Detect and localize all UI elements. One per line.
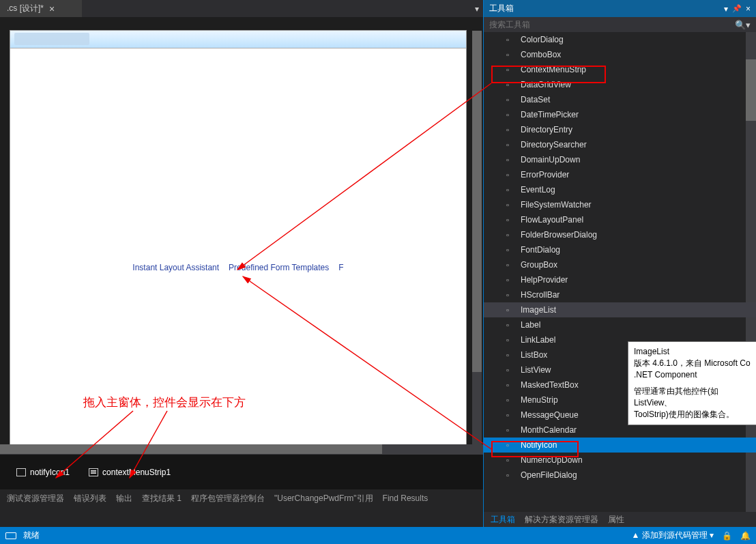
notifyicon-icon: ▫ (503, 440, 512, 450)
scroll-thumb[interactable] (472, 31, 482, 372)
status-source-control[interactable]: ▲ 添加到源代码管理 ▾ (631, 530, 714, 541)
tab-overflow-dropdown[interactable]: ▾ (471, 0, 483, 17)
filesystemwatcher-icon: ▫ (503, 200, 512, 210)
hint-3[interactable]: F (338, 263, 343, 272)
toolbox-item-domainupdown[interactable]: ▫DomainUpDown (484, 152, 756, 167)
tooltip-line: ToolStrip)使用的图像集合。 (634, 409, 751, 420)
toolbox-item-dataset[interactable]: ▫DataSet (484, 92, 756, 107)
form-body[interactable]: Instant Layout Assistant Predefined Form… (10, 48, 466, 454)
tooltip-line: 版本 4.6.1.0，来自 Microsoft Co (634, 358, 751, 369)
toolbox-item-groupbox[interactable]: ▫GroupBox (484, 257, 756, 272)
toolbox-item-label: MonthCalendar (521, 425, 577, 435)
linklabel-icon: ▫ (503, 335, 512, 345)
hscrollbar-icon: ▫ (503, 290, 512, 300)
footer-tab-properties[interactable]: 属性 (608, 514, 624, 526)
toolbox-item-label: ListView (521, 365, 551, 375)
bottom-tab[interactable]: 输出 (116, 493, 132, 504)
numericupdown-icon: ▫ (503, 455, 512, 465)
toolbox-item-hscrollbar[interactable]: ▫HScrollBar (484, 287, 756, 302)
imagelist-icon: ▫ (503, 305, 512, 315)
status-ready: 就绪 (23, 530, 40, 541)
toolbox-item-colordialog[interactable]: ▫ColorDialog (484, 32, 756, 47)
hint-2[interactable]: Predefined Form Templates (229, 263, 329, 272)
form-canvas[interactable]: Instant Layout Assistant Predefined Form… (10, 31, 466, 454)
toolbox-item-label: DataSet (521, 95, 550, 104)
document-tabs: .cs [设计]* × ▾ (0, 0, 483, 17)
canvas-hint: Instant Layout Assistant Predefined Form… (132, 263, 343, 272)
designer-scrollbar-vertical[interactable] (472, 31, 482, 454)
tooltip-line: 管理通常由其他控件(如 ListView、 (634, 386, 751, 409)
notifyicon-icon (16, 468, 26, 476)
toolbox-item-imagelist[interactable]: ▫ImageList (484, 302, 756, 317)
titlebar-blur (14, 33, 89, 45)
toolbox-item-label: EventLog (521, 185, 555, 195)
designer-scrollbar-horizontal[interactable] (0, 444, 483, 454)
document-tab-active[interactable]: .cs [设计]* × (0, 0, 61, 17)
toolbox-item-label: NotifyIcon (521, 440, 557, 450)
toolbox-item-openfiledialog[interactable]: ▫OpenFileDialog (484, 468, 756, 483)
menustrip-icon: ▫ (503, 395, 512, 405)
toolbox-item-filesystemwatcher[interactable]: ▫FileSystemWatcher (484, 197, 756, 212)
toolbox-item-label: HScrollBar (521, 290, 559, 300)
search-icon[interactable]: 🔍▾ (735, 20, 751, 30)
combobox-icon: ▫ (503, 50, 512, 59)
bottom-tab[interactable]: "UserChangePwdFrm"引用 (274, 493, 373, 504)
toolbox-item-label: DateTimePicker (521, 110, 579, 119)
hint-1[interactable]: Instant Layout Assistant (132, 263, 219, 272)
toolbox-item-contextmenustrip[interactable]: ▫ContextMenuStrip (484, 62, 756, 77)
toolbox-item-notifyicon[interactable]: ▫NotifyIcon (484, 438, 756, 453)
messagequeue-icon: ▫ (503, 410, 512, 420)
status-bar: 就绪 ▲ 添加到源代码管理 ▾ 🔒 🔔 (0, 527, 756, 544)
toolbox-item-flowlayoutpanel[interactable]: ▫FlowLayoutPanel (484, 212, 756, 227)
contextmenu-icon (89, 468, 98, 476)
toolbox-item-label: DirectoryEntry (521, 125, 572, 134)
datagridview-icon: ▫ (503, 80, 512, 89)
right-footer-tabs: 工具箱 解决方案资源管理器 属性 (484, 512, 756, 527)
toolbox-item-eventlog[interactable]: ▫EventLog (484, 182, 756, 197)
bottom-tab[interactable]: 程序包管理器控制台 (191, 493, 265, 504)
bottom-tab[interactable]: 查找结果 1 (142, 493, 181, 504)
toolbox-search[interactable]: 🔍▾ (484, 17, 756, 32)
toolbox-item-label: MessageQueue (521, 410, 579, 420)
toolbox-item-label: MaskedTextBox (521, 380, 579, 390)
toolbox-item-label: GroupBox (521, 260, 557, 270)
tray-item-notifyicon[interactable]: notifyIcon1 (16, 468, 70, 477)
toolbox-list[interactable]: ▫ColorDialog▫ComboBox▫ContextMenuStrip▫D… (484, 32, 756, 512)
dropdown-icon[interactable]: ▾ (724, 4, 728, 14)
component-tray[interactable]: notifyIcon1 contextMenuStrip1 (0, 454, 483, 489)
form-designer[interactable]: Instant Layout Assistant Predefined Form… (0, 17, 483, 454)
toolbox-item-datetimepicker[interactable]: ▫DateTimePicker (484, 107, 756, 122)
left-pane: .cs [设计]* × ▾ Instant Layout Assistant P… (0, 0, 484, 527)
search-input[interactable] (489, 20, 735, 29)
toolbox-item-combobox[interactable]: ▫ComboBox (484, 47, 756, 62)
bottom-tab[interactable]: 错误列表 (74, 493, 106, 504)
toolbox-item-errorprovider[interactable]: ▫ErrorProvider (484, 167, 756, 182)
toolbox-item-directorysearcher[interactable]: ▫DirectorySearcher (484, 137, 756, 152)
toolbox-item-label[interactable]: ▫Label (484, 317, 756, 332)
toolbox-item-fontdialog[interactable]: ▫FontDialog (484, 242, 756, 257)
tray-label: notifyIcon1 (30, 468, 70, 477)
notification-icon[interactable]: 🔔 (740, 531, 751, 541)
tray-item-contextmenustrip[interactable]: contextMenuStrip1 (89, 468, 171, 477)
footer-tab-solution[interactable]: 解决方案资源管理器 (525, 514, 598, 526)
close-icon[interactable]: × (49, 3, 55, 14)
toolbox-item-helpprovider[interactable]: ▫HelpProvider (484, 272, 756, 287)
folderbrowserdialog-icon: ▫ (503, 230, 512, 240)
fontdialog-icon: ▫ (503, 245, 512, 255)
toolbox-item-datagridview[interactable]: ▫DataGridView (484, 77, 756, 92)
bottom-tab[interactable]: 测试资源管理器 (7, 493, 64, 504)
footer-tab-toolbox[interactable]: 工具箱 (491, 514, 515, 526)
toolbox-item-label: FolderBrowserDialog (521, 230, 597, 240)
toolbox-item-directoryentry[interactable]: ▫DirectoryEntry (484, 122, 756, 137)
close-icon[interactable]: × (746, 4, 751, 14)
maskedtextbox-icon: ▫ (503, 380, 512, 390)
lock-icon[interactable]: 🔒 (722, 531, 732, 541)
scroll-thumb[interactable] (0, 444, 382, 454)
toolbox-item-label: MenuStrip (521, 395, 558, 405)
bottom-tab[interactable]: Find Results (383, 493, 428, 503)
pin-icon[interactable]: 📌 (732, 4, 742, 13)
toolbox-item-folderbrowserdialog[interactable]: ▫FolderBrowserDialog (484, 227, 756, 242)
helpprovider-icon: ▫ (503, 275, 512, 285)
toolbox-item-numericupdown[interactable]: ▫NumericUpDown (484, 453, 756, 468)
monthcalendar-icon: ▫ (503, 425, 512, 435)
